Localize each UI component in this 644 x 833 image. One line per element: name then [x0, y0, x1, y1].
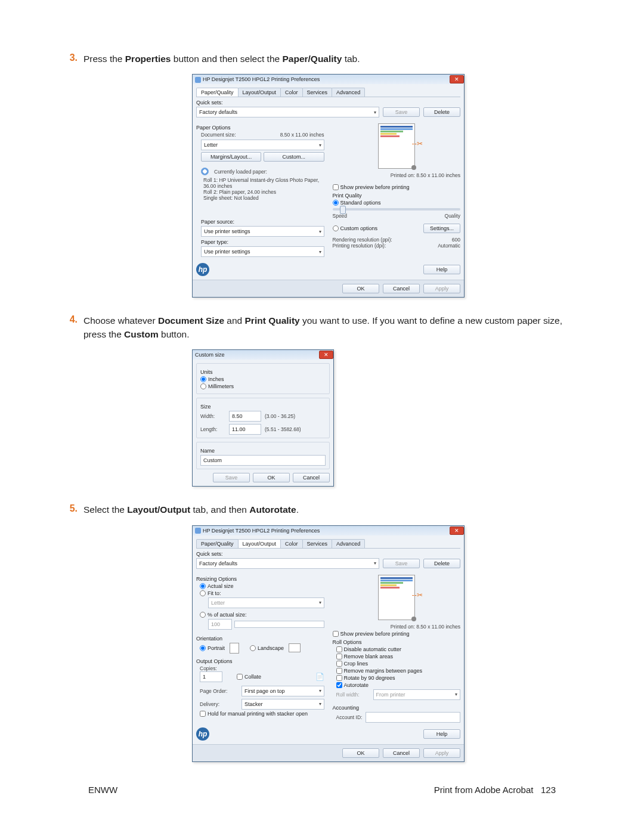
ok-button[interactable]: OK [342, 284, 379, 293]
resize-handle-icon [411, 165, 416, 170]
account-id-label: Account ID: [336, 714, 363, 720]
l: Show preview before printing [340, 631, 410, 637]
save-button[interactable]: Save [383, 107, 420, 117]
fit-to-select[interactable]: Letter [208, 597, 324, 608]
account-id-input[interactable] [366, 712, 460, 723]
l: Millimeters [208, 383, 234, 389]
tab-paper-quality[interactable]: Paper/Quality [196, 539, 239, 548]
rend-val: 600 [452, 237, 460, 243]
pct-slider[interactable] [234, 621, 324, 628]
help-button[interactable]: Help [423, 729, 460, 739]
paper-type-select[interactable]: Use printer settings [201, 246, 324, 257]
close-icon[interactable]: ✕ [319, 351, 333, 359]
mm-radio[interactable] [200, 383, 206, 389]
show-preview-checkbox[interactable] [333, 631, 339, 637]
roll-options-label: Roll Options [333, 639, 461, 645]
paper-source-select[interactable]: Use printer settings [201, 226, 324, 237]
close-icon[interactable]: ✕ [450, 527, 464, 535]
roll-width-select[interactable]: From printer [373, 689, 461, 700]
doc-size-select[interactable]: Letter [201, 140, 324, 150]
print-quality-label: Print Quality [333, 193, 461, 199]
landscape-radio[interactable] [250, 645, 256, 651]
custom-options-radio[interactable] [333, 225, 339, 231]
name-input[interactable]: Custom [200, 455, 326, 466]
standard-options-radio[interactable] [333, 200, 339, 206]
remove-margins-checkbox[interactable] [336, 668, 342, 674]
tab-paper-quality[interactable]: Paper/Quality [196, 88, 239, 97]
step-3: 3. Press the Properties button and then … [60, 52, 584, 66]
page-order-select[interactable]: First page on top [242, 686, 324, 696]
fit-to-radio[interactable] [200, 590, 206, 596]
close-icon[interactable]: ✕ [450, 75, 464, 83]
portrait-radio[interactable] [200, 645, 206, 651]
hold-checkbox[interactable] [200, 711, 206, 717]
rotate90-checkbox[interactable] [336, 675, 342, 681]
remove-blank-checkbox[interactable] [336, 654, 342, 659]
custom-button[interactable]: Custom... [264, 152, 324, 162]
printer-icon [195, 77, 201, 83]
help-button[interactable]: Help [423, 265, 460, 274]
printer-icon [195, 528, 201, 534]
copies-label: Copies: [200, 665, 217, 671]
b: Autorotate [249, 504, 296, 515]
rend-label: Rendering resolution (ppi): [333, 237, 392, 243]
cancel-button[interactable]: Cancel [383, 284, 420, 293]
collate-icon: 📄 [315, 673, 324, 681]
autorotate-checkbox[interactable] [336, 682, 342, 688]
tab-advanced[interactable]: Advanced [332, 88, 365, 97]
tab-layout-output[interactable]: Layout/Output [238, 88, 281, 97]
tabs: Paper/Quality Layout/Output Color Servic… [196, 88, 460, 97]
v: Factory defaults [199, 109, 237, 115]
settings-button[interactable]: Settings... [423, 224, 460, 233]
inches-radio[interactable] [200, 376, 206, 382]
disable-cutter-checkbox[interactable] [336, 646, 342, 652]
footer-right: Print from Adobe Acrobat 123 [434, 785, 556, 795]
ok-button[interactable]: OK [342, 748, 379, 758]
l: % of actual size: [208, 612, 247, 618]
tab-layout-output[interactable]: Layout/Output [238, 539, 281, 548]
units-label: Units [200, 369, 326, 375]
delete-button[interactable]: Delete [423, 559, 460, 568]
l: Rotate by 90 degrees [344, 675, 395, 681]
crop-lines-checkbox[interactable] [336, 661, 342, 667]
tab-color[interactable]: Color [280, 88, 303, 97]
output-label: Output Options [196, 658, 324, 664]
accounting-label: Accounting [333, 705, 461, 711]
pct-radio[interactable] [200, 612, 206, 618]
t: button. [159, 329, 190, 339]
roll-icon [201, 168, 209, 175]
v: Letter [211, 600, 225, 606]
v: Use printer settings [204, 249, 250, 255]
l: Standard options [340, 200, 381, 206]
save-button[interactable]: Save [383, 559, 420, 568]
width-range: (3.00 - 36.25) [265, 413, 295, 419]
l: Remove blank areas [344, 654, 394, 659]
delete-button[interactable]: Delete [423, 107, 460, 117]
apply-button[interactable]: Apply [423, 748, 460, 758]
collate-checkbox[interactable] [237, 674, 243, 680]
delivery-select[interactable]: Stacker [242, 699, 324, 710]
show-preview-checkbox[interactable] [333, 184, 339, 190]
v: 11.00 [232, 426, 246, 432]
t: button and then select the [171, 54, 282, 64]
pct-input[interactable]: 100 [208, 619, 232, 630]
copies-input[interactable]: 1 [200, 671, 222, 682]
apply-button[interactable]: Apply [423, 284, 460, 293]
length-input[interactable]: 11.00 [229, 424, 261, 435]
l: Inches [208, 376, 224, 382]
actual-size-radio[interactable] [200, 583, 206, 589]
quicksets-select[interactable]: Factory defaults [196, 558, 379, 569]
cancel-button[interactable]: Cancel [383, 748, 420, 758]
tab-advanced[interactable]: Advanced [332, 539, 365, 548]
tab-color[interactable]: Color [280, 539, 303, 548]
width-input[interactable]: 8.50 [229, 411, 261, 422]
quality-slider[interactable] [333, 208, 461, 210]
ok-button[interactable]: OK [253, 473, 290, 482]
tab-services[interactable]: Services [302, 539, 333, 548]
cancel-button[interactable]: Cancel [293, 473, 330, 482]
quicksets-select[interactable]: Factory defaults [196, 107, 379, 117]
length-range: (5.51 - 3582.68) [265, 426, 301, 432]
save-button[interactable]: Save [213, 473, 250, 482]
margins-layout-button[interactable]: Margins/Layout... [201, 152, 261, 162]
tab-services[interactable]: Services [302, 88, 333, 97]
